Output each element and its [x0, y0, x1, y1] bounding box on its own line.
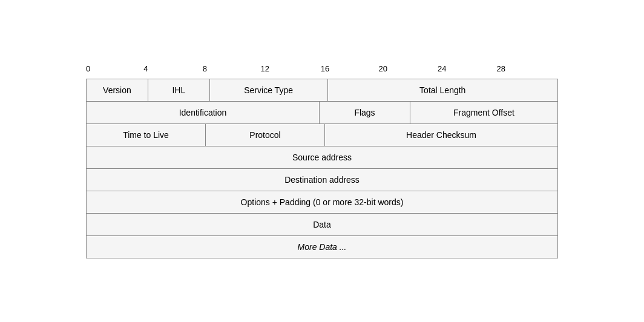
cell-protocol: Protocol	[206, 124, 325, 146]
row-3: Time to Live Protocol Header Checksum	[87, 124, 557, 146]
cell-total-length: Total Length	[328, 79, 558, 101]
cell-source-address: Source address	[87, 146, 557, 168]
cell-flags: Flags	[320, 102, 410, 123]
ruler-0: 0	[86, 64, 90, 73]
row-4: Source address	[87, 146, 557, 169]
row-1: Version IHL Service Type Total Length	[87, 79, 557, 102]
ruler-4: 4	[143, 64, 148, 73]
row-7: Data	[87, 214, 557, 236]
cell-identification: Identification	[87, 102, 320, 123]
cell-ttl: Time to Live	[87, 124, 206, 146]
header-grid: Version IHL Service Type Total Length Id…	[86, 79, 558, 258]
cell-version: Version	[87, 79, 148, 101]
ruler-12: 12	[261, 64, 269, 73]
row-2: Identification Flags Fragment Offset	[87, 102, 557, 124]
ruler-20: 20	[379, 64, 387, 73]
row-6: Options + Padding (0 or more 32-bit word…	[87, 191, 557, 214]
row-5: Destination address	[87, 169, 557, 191]
ruler-16: 16	[321, 64, 329, 73]
cell-header-checksum: Header Checksum	[325, 124, 557, 146]
cell-data: Data	[87, 214, 557, 235]
cell-options-padding: Options + Padding (0 or more 32-bit word…	[87, 191, 557, 213]
diagram-container: 0 4 8 12 16 20 24 28 Version IHL Service…	[86, 64, 558, 258]
cell-more-data: More Data ...	[87, 236, 557, 258]
row-8: More Data ...	[87, 236, 557, 258]
cell-destination-address: Destination address	[87, 169, 557, 191]
bit-ruler: 0 4 8 12 16 20 24 28	[86, 64, 558, 76]
cell-service-type: Service Type	[210, 79, 328, 101]
ruler-24: 24	[438, 64, 446, 73]
ruler-28: 28	[497, 64, 505, 73]
ruler-8: 8	[203, 64, 207, 73]
cell-fragment-offset: Fragment Offset	[410, 102, 557, 123]
cell-ihl: IHL	[148, 79, 210, 101]
